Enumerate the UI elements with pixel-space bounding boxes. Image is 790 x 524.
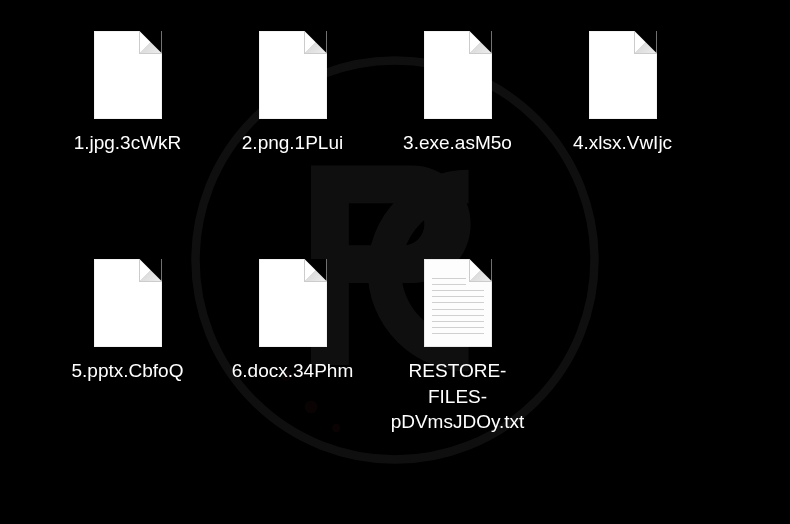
file-item[interactable]: 6.docx.34Phm [215,258,370,468]
file-icon [259,258,327,348]
file-icon [589,30,657,120]
file-item[interactable]: 5.pptx.CbfoQ [50,258,205,468]
file-item[interactable]: 4.xlsx.VwIjc [545,30,700,240]
file-item[interactable]: 1.jpg.3cWkR [50,30,205,240]
file-item[interactable]: 2.png.1PLui [215,30,370,240]
file-label: 5.pptx.CbfoQ [50,358,205,384]
file-item[interactable]: 3.exe.asM5o [380,30,535,240]
file-label: 1.jpg.3cWkR [50,130,205,156]
file-icon [259,30,327,120]
text-file-icon [424,258,492,348]
file-label: 3.exe.asM5o [380,130,535,156]
file-label: 6.docx.34Phm [215,358,370,384]
file-icon [424,30,492,120]
file-item[interactable]: RESTORE-FILES-pDVmsJDOy.txt [380,258,535,468]
desktop-area: 1.jpg.3cWkR 2.png.1PLui 3.exe.asM5o 4.xl… [0,0,790,524]
file-label: RESTORE-FILES-pDVmsJDOy.txt [380,358,535,435]
file-icon [94,30,162,120]
file-label: 2.png.1PLui [215,130,370,156]
file-icon [94,258,162,348]
file-label: 4.xlsx.VwIjc [545,130,700,156]
